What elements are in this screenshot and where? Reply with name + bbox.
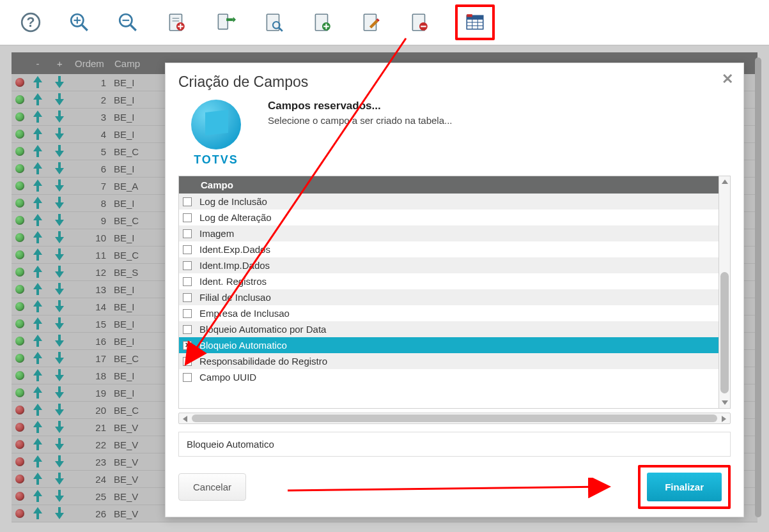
order-cell: 4	[70, 129, 110, 140]
move-up-icon[interactable]	[33, 76, 42, 89]
move-down-icon[interactable]	[55, 473, 64, 485]
move-up-icon[interactable]	[33, 128, 42, 141]
move-up-icon[interactable]	[33, 404, 42, 416]
status-dot	[15, 164, 24, 173]
move-up-icon[interactable]	[33, 455, 42, 468]
field-option[interactable]: Filial de Inclusao	[179, 289, 719, 305]
doc-add-icon[interactable]	[164, 10, 189, 35]
table-grid-icon[interactable]	[455, 4, 495, 40]
field-option[interactable]: Ident.Imp.Dados	[179, 257, 719, 273]
checkbox[interactable]	[183, 373, 192, 382]
zoom-out-icon[interactable]	[115, 10, 141, 35]
vertical-scrollbar[interactable]	[719, 176, 731, 409]
svg-line-18	[279, 28, 283, 31]
move-down-icon[interactable]	[55, 110, 64, 123]
zoom-in-icon[interactable]	[66, 10, 92, 35]
move-up-icon[interactable]	[33, 386, 42, 399]
right-scrollbar[interactable]	[755, 57, 761, 517]
move-up-icon[interactable]	[33, 266, 42, 278]
checkbox[interactable]	[183, 325, 192, 334]
checkbox[interactable]	[183, 277, 192, 286]
move-up-icon[interactable]	[33, 490, 42, 503]
finalize-button[interactable]: Finalizar	[647, 473, 722, 501]
move-up-icon[interactable]	[33, 438, 42, 451]
move-down-icon[interactable]	[55, 93, 64, 106]
move-down-icon[interactable]	[55, 248, 64, 261]
move-up-icon[interactable]	[33, 231, 42, 244]
close-icon[interactable]: ✕	[722, 71, 733, 87]
move-up-icon[interactable]	[33, 283, 42, 296]
field-option[interactable]: Bloqueio Automatico por Data	[179, 321, 719, 337]
move-up-icon[interactable]	[33, 317, 42, 330]
move-up-icon[interactable]	[33, 335, 42, 347]
move-up-icon[interactable]	[33, 369, 42, 382]
field-option[interactable]: Ident. Registros	[179, 273, 719, 289]
checkbox[interactable]	[183, 213, 192, 222]
doc-export-icon[interactable]	[212, 10, 238, 35]
doc-new-icon[interactable]	[309, 10, 335, 35]
move-down-icon[interactable]	[55, 179, 64, 192]
checkbox[interactable]	[183, 357, 192, 366]
move-down-icon[interactable]	[55, 197, 64, 209]
move-down-icon[interactable]	[55, 386, 64, 399]
field-option[interactable]: Imagem	[179, 225, 719, 241]
field-option[interactable]: Log de Inclusão	[179, 194, 719, 209]
move-up-icon[interactable]	[33, 473, 42, 485]
field-list: Campo Log de InclusãoLog de AlteraçãoIma…	[178, 176, 719, 409]
move-down-icon[interactable]	[55, 317, 64, 330]
move-down-icon[interactable]	[55, 300, 64, 313]
move-down-icon[interactable]	[55, 145, 64, 158]
move-up-icon[interactable]	[33, 145, 42, 158]
status-dot	[15, 337, 24, 346]
move-up-icon[interactable]	[33, 248, 42, 261]
move-up-icon[interactable]	[33, 179, 42, 192]
field-option[interactable]: Ident.Exp.Dados	[179, 241, 719, 257]
move-down-icon[interactable]	[55, 404, 64, 416]
move-up-icon[interactable]	[33, 110, 42, 123]
move-down-icon[interactable]	[55, 128, 64, 141]
checkbox[interactable]	[183, 341, 192, 350]
doc-search-icon[interactable]	[261, 10, 286, 35]
checkbox[interactable]	[183, 245, 192, 254]
move-down-icon[interactable]	[55, 507, 64, 520]
field-option[interactable]: Empresa de Inclusao	[179, 305, 719, 321]
move-down-icon[interactable]	[55, 455, 64, 468]
move-down-icon[interactable]	[55, 335, 64, 347]
move-up-icon[interactable]	[33, 197, 42, 209]
horizontal-scrollbar[interactable]	[178, 413, 731, 424]
move-down-icon[interactable]	[55, 266, 64, 278]
checkbox[interactable]	[183, 229, 192, 238]
help-icon[interactable]: ?	[18, 10, 43, 35]
cancel-button[interactable]: Cancelar	[178, 473, 246, 501]
order-cell: 17	[70, 353, 110, 364]
field-option[interactable]: Bloqueio Automatico	[179, 337, 719, 353]
checkbox[interactable]	[183, 197, 192, 206]
move-down-icon[interactable]	[55, 162, 64, 175]
move-up-icon[interactable]	[33, 507, 42, 520]
move-up-icon[interactable]	[33, 214, 42, 227]
move-up-icon[interactable]	[33, 352, 42, 365]
move-down-icon[interactable]	[55, 283, 64, 296]
move-up-icon[interactable]	[33, 93, 42, 106]
doc-edit-icon[interactable]	[358, 10, 384, 35]
totvs-logo: TOTVS	[178, 100, 254, 167]
move-down-icon[interactable]	[55, 76, 64, 89]
move-down-icon[interactable]	[55, 231, 64, 244]
move-up-icon[interactable]	[33, 421, 42, 434]
move-up-icon[interactable]	[33, 162, 42, 175]
field-option[interactable]: Campo UUID	[179, 369, 719, 385]
field-option[interactable]: Log de Alteração	[179, 209, 719, 225]
col-ordem: Ordem	[75, 58, 104, 69]
move-down-icon[interactable]	[55, 214, 64, 227]
move-down-icon[interactable]	[55, 421, 64, 434]
doc-delete-icon[interactable]	[407, 10, 432, 35]
checkbox[interactable]	[183, 293, 192, 302]
move-down-icon[interactable]	[55, 438, 64, 451]
move-down-icon[interactable]	[55, 369, 64, 382]
move-down-icon[interactable]	[55, 352, 64, 365]
move-down-icon[interactable]	[55, 490, 64, 503]
field-option[interactable]: Responsabilidade do Registro	[179, 353, 719, 369]
move-up-icon[interactable]	[33, 300, 42, 313]
checkbox[interactable]	[183, 261, 192, 270]
checkbox[interactable]	[183, 309, 192, 318]
